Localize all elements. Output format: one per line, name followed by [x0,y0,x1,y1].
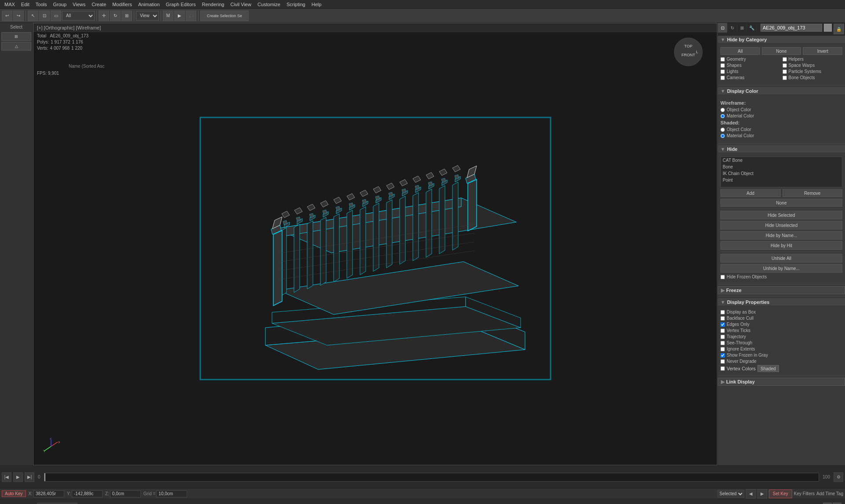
unhide-all-btn[interactable]: Unhide All [720,254,842,263]
display-tab[interactable]: ⊡ [718,23,727,33]
x-input[interactable] [33,490,64,497]
menu-scripting[interactable]: Scripting [284,1,308,8]
hide-unselected-btn[interactable]: Hide Unselected [720,221,842,230]
utility-tab[interactable]: 🔧 [747,23,757,33]
key-next-btn[interactable]: ▶ [757,489,767,499]
shaded-object-color-radio[interactable] [720,128,725,132]
menu-tools[interactable]: Tools [33,1,50,8]
invert-button[interactable]: Invert [803,47,842,55]
move-button[interactable]: ✛ [99,11,109,21]
helpers-checkbox[interactable] [783,57,787,62]
y-input[interactable] [72,490,103,497]
list-item-bone[interactable]: Bone [721,164,842,170]
color-swatch[interactable] [824,24,832,32]
freeze-header[interactable]: ▶ Freeze [718,286,845,294]
menu-group[interactable]: Group [51,1,70,8]
material-btn[interactable]: M [163,11,173,21]
hide-by-name-btn[interactable]: Hide by Name... [720,231,842,240]
menu-animation[interactable]: Animation [136,1,162,8]
viewport-toggle-btn[interactable]: ⊞ [823,503,832,504]
bone-objects-checkbox[interactable] [783,76,787,80]
link-display-header[interactable]: ▶ Link Display [718,378,845,386]
key-prev-btn[interactable]: ◀ [746,489,756,499]
menu-modifiers[interactable]: Modifiers [110,1,135,8]
edges-only-cb[interactable] [720,322,725,327]
never-degrade-cb[interactable] [720,359,725,364]
rotate-button[interactable]: ↻ [110,11,121,21]
lights-checkbox[interactable] [720,69,725,74]
z-input[interactable] [110,490,141,497]
hide-frozen-checkbox[interactable] [720,275,725,279]
ignore-extents-cb[interactable] [720,347,725,351]
menu-help[interactable]: Help [309,1,324,8]
create-selection-btn[interactable]: Create Selection Se [200,11,249,21]
none-list-button[interactable]: None [720,199,842,207]
hide-list-box[interactable]: CAT Bone Bone IK Chain Object Point [720,157,842,187]
see-through-cb[interactable] [720,341,725,345]
all-button[interactable]: All [720,47,760,55]
wireframe-object-color-radio[interactable] [720,108,725,112]
render-btn[interactable]: ▶ [174,11,185,21]
hide-header[interactable]: ▼ Hide [718,145,845,153]
vertex-colors-cb[interactable] [720,366,725,371]
viewport-canvas[interactable]: TOP FRONT L [33,32,717,465]
menu-rendering[interactable]: Rendering [199,1,227,8]
add-button[interactable]: Add [720,189,781,197]
shaded-button[interactable]: Shaded [757,365,779,372]
left-btn-2[interactable]: △ [1,42,31,51]
show-frozen-gray-cb[interactable] [720,353,725,358]
set-key-btn[interactable]: Set Key [769,489,792,498]
select-by-name[interactable]: ⊡ [39,11,50,21]
space-warps-checkbox[interactable] [783,63,787,68]
vertex-ticks-cb[interactable] [720,329,725,333]
play-btn[interactable]: ▶ [13,472,23,482]
object-name-input[interactable] [760,24,822,32]
view-dropdown[interactable]: View [136,11,159,21]
trajectory-cb[interactable] [720,335,725,339]
particle-systems-checkbox[interactable] [783,69,787,74]
unhide-by-name-btn[interactable]: Unhide by Name... [720,264,842,273]
display-color-header[interactable]: ▼ Display Color [718,87,845,95]
rect-select[interactable]: ▭ [51,11,61,21]
viewport-container[interactable]: [+] [Orthographic] [Wireframe] Total AE2… [33,23,717,465]
select-button[interactable]: ↖ [28,11,38,21]
filter-dropdown[interactable]: All Geometry Shapes [62,11,95,21]
timeline[interactable] [44,473,819,482]
list-item-cat-bone[interactable]: CAT Bone [721,157,842,164]
hide-selected-btn[interactable]: Hide Selected [720,211,842,219]
menu-civil-view[interactable]: Civil View [228,1,254,8]
menu-max[interactable]: MAX [2,1,18,8]
prev-frame-btn[interactable]: |◀ [2,472,11,482]
auto-key-btn[interactable]: Auto Key [2,490,26,497]
hide-by-category-header[interactable]: ▼ Hide by Category [718,36,845,44]
menu-create[interactable]: Create [89,1,109,8]
list-item-point[interactable]: Point [721,177,842,183]
scale-button[interactable]: ⊞ [121,11,132,21]
none-button[interactable]: None [762,47,801,55]
redo-button[interactable]: ↪ [13,11,24,21]
undo-button[interactable]: ↩ [2,11,12,21]
list-item-ik-chain[interactable]: IK Chain Object [721,170,842,177]
shaded-material-color-radio[interactable] [720,134,725,138]
menu-views[interactable]: Views [70,1,88,8]
shapes-checkbox[interactable] [720,63,725,68]
backface-cull-cb[interactable] [720,316,725,321]
hierarchy-tab[interactable]: ⊞ [737,23,747,33]
remove-button[interactable]: Remove [783,189,843,197]
geometry-checkbox[interactable] [720,57,725,62]
display-properties-header[interactable]: ▼ Display Properties [718,298,845,306]
cameras-checkbox[interactable] [720,76,725,80]
add-time-tag-btn[interactable]: Add Time Tag [816,491,843,496]
motion-tab[interactable]: ↻ [727,23,737,33]
hide-by-hit-btn[interactable]: Hide by Hit [720,241,842,250]
panel-lock-btn[interactable]: 🔒 [834,24,844,34]
menu-graph-editors[interactable]: Graph Editors [163,1,198,8]
selected-dropdown[interactable]: Selected [717,490,744,498]
camera-btn[interactable]: 🎥 [186,11,196,21]
key-filters-btn[interactable]: Key Filters [794,491,815,496]
menu-edit[interactable]: Edit [18,1,32,8]
next-frame-btn[interactable]: ▶| [25,472,34,482]
time-config-btn[interactable]: ⚙ [834,472,843,482]
viewport-nav[interactable]: TOP FRONT L [673,37,708,72]
left-btn-1[interactable]: ⊞ [1,32,31,41]
